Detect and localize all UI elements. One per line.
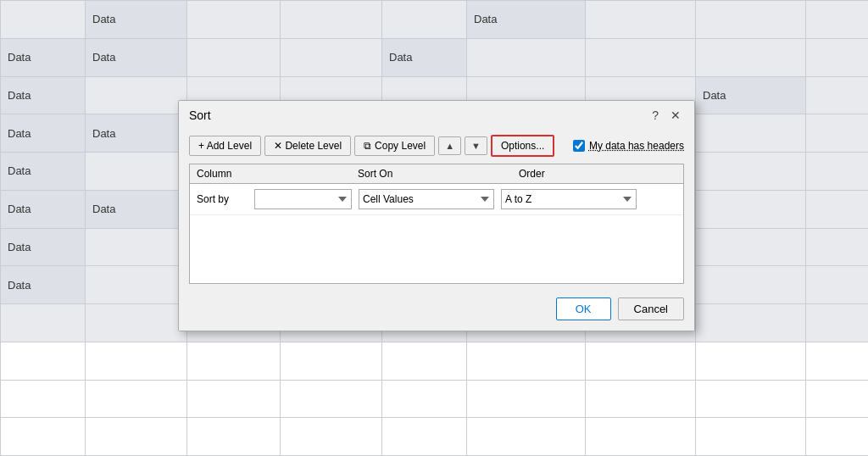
cell [696,266,806,304]
sort-table-header: Column Sort On Order [190,164,683,184]
sort-empty-area [190,215,683,283]
ok-button[interactable]: OK [556,298,611,320]
cell: Data [1,153,86,191]
my-data-headers-checkbox[interactable] [573,140,585,152]
cell: Data [1,38,86,76]
column-header: Column [190,164,351,183]
cell [382,418,467,456]
cell [586,1,696,39]
cell [86,380,187,418]
sort-by-label: Sort by [197,193,248,205]
dialog-help-button[interactable]: ? [648,108,662,123]
cell [806,228,869,266]
cell: Data [86,190,187,228]
cell [806,304,869,342]
cell [806,342,869,380]
cell: Data [1,190,86,228]
cell [382,342,467,380]
cell [382,380,467,418]
cell: Data [86,38,187,76]
cell [187,38,281,76]
cell [586,380,696,418]
cell [467,38,586,76]
order-select[interactable]: A to Z Z to A [501,189,637,209]
cell: Data [86,1,187,39]
cell [281,1,382,39]
cell [696,380,806,418]
cell [187,1,281,39]
sort-row: Sort by Cell Values A to Z Z to A [190,184,683,215]
cell [467,342,586,380]
dialog-controls: ? ✕ [648,108,684,123]
cell [467,418,586,456]
add-level-button[interactable]: + Add Level [189,136,261,156]
cell [586,38,696,76]
dialog-titlebar: Sort ? ✕ [179,101,694,128]
cell [696,228,806,266]
cell [806,153,869,191]
dialog-footer: OK Cancel [189,294,684,320]
cell [86,304,187,342]
order-header: Order [512,164,682,183]
move-down-button[interactable]: ▼ [465,136,487,155]
sort-on-select[interactable]: Cell Values [359,189,494,209]
cell [806,266,869,304]
cell [187,380,281,418]
cell [1,380,86,418]
cell [806,380,869,418]
cell [696,114,806,153]
sort-dialog: Sort ? ✕ + Add Level ✕ Delete Level ⧉ Co… [178,100,695,331]
cell [806,114,869,153]
cell [696,153,806,191]
sort-table-area: Column Sort On Order Sort by Cell Values… [189,164,684,284]
cell [1,342,86,380]
cell [806,190,869,228]
cell [382,1,467,39]
cell: Data [1,114,86,153]
cell [467,380,586,418]
cell: Data [696,76,806,114]
cell [696,1,806,39]
cell: Data [1,266,86,304]
cell [806,76,869,114]
cell: Data [382,38,467,76]
cell [86,76,187,114]
dialog-body: + Add Level ✕ Delete Level ⧉ Copy Level … [179,128,694,331]
dialog-toolbar: + Add Level ✕ Delete Level ⧉ Copy Level … [189,135,684,157]
cell [86,418,187,456]
move-up-button[interactable]: ▲ [438,136,461,155]
cell [696,190,806,228]
cell [696,418,806,456]
copy-level-button[interactable]: ⧉ Copy Level [354,136,435,156]
copy-level-label: Copy Level [375,140,426,152]
cell [586,342,696,380]
cell [86,266,187,304]
copy-icon: ⧉ [364,140,371,152]
cell [586,418,696,456]
cell [1,1,86,39]
cell [696,304,806,342]
options-button[interactable]: Options... [491,135,554,157]
dialog-close-button[interactable]: ✕ [667,108,684,123]
cell [281,342,382,380]
cell: Data [1,76,86,114]
cell: Data [86,114,187,153]
cell: Data [467,1,586,39]
cell [806,418,869,456]
cancel-button[interactable]: Cancel [618,298,684,320]
cell [806,1,869,39]
sort-by-column-select[interactable] [254,189,352,209]
my-data-headers-label: My data has headers [589,140,684,152]
my-data-headers-row: My data has headers [573,140,684,152]
cell [187,418,281,456]
cell [1,418,86,456]
cell [187,342,281,380]
dialog-title: Sort [189,108,211,122]
cell [281,418,382,456]
cell [696,342,806,380]
cell: Data [1,228,86,266]
sort-on-header: Sort On [351,164,512,183]
delete-level-button[interactable]: ✕ Delete Level [264,136,351,156]
cell [806,38,869,76]
cell [696,38,806,76]
